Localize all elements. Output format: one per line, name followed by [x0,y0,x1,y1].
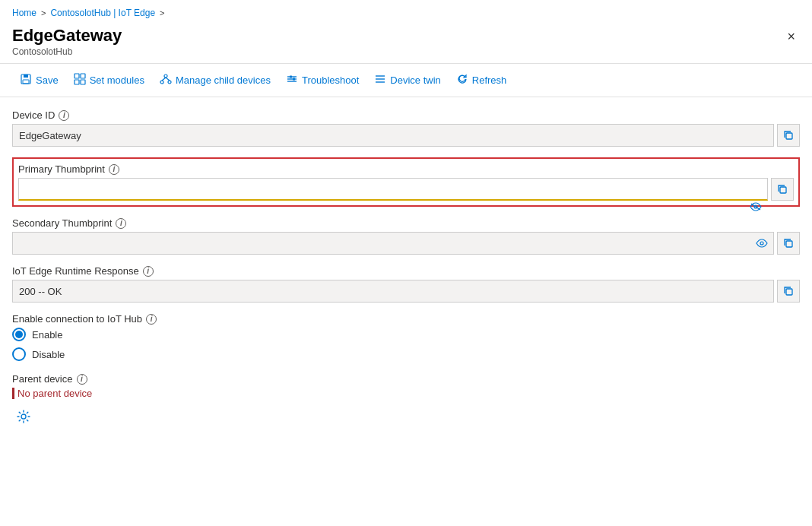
header-subtitle: ContosolotHub [12,46,800,57]
runtime-response-label: IoT Edge Runtime Response i [12,265,800,277]
svg-rect-25 [786,241,792,247]
secondary-thumb-input-row [12,232,800,255]
troubleshoot-icon [286,73,298,87]
secondary-thumb-eye-button[interactable] [754,237,769,249]
primary-thumb-info-icon[interactable]: i [109,164,119,175]
header: EdgeGateway ContosolotHub × [0,23,812,63]
svg-rect-4 [81,74,85,78]
primary-thumbprint-label: Primary Thumbprint i [18,163,794,175]
refresh-label: Refresh [472,74,507,86]
no-parent-text: No parent device [12,388,800,399]
svg-point-24 [760,242,763,245]
set-modules-icon [74,73,86,87]
device-id-input[interactable] [12,124,774,147]
runtime-response-copy-button[interactable] [777,280,800,303]
secondary-thumb-input[interactable] [12,232,774,255]
runtime-response-input[interactable] [12,280,774,303]
device-id-group: Device ID i [12,109,800,147]
refresh-button[interactable]: Refresh [449,68,515,92]
enable-connection-label: Enable connection to IoT Hub i [12,313,800,325]
svg-line-11 [166,78,170,81]
enable-connection-info-icon[interactable]: i [146,314,157,325]
breadcrumb: Home > ContosolotHub | IoT Edge > [0,0,812,23]
svg-rect-3 [75,74,79,78]
primary-thumb-input-wrapper [18,178,768,201]
svg-point-7 [164,74,167,78]
runtime-response-group: IoT Edge Runtime Response i [12,265,800,303]
svg-rect-15 [290,76,292,78]
svg-line-10 [162,78,166,81]
runtime-response-input-row [12,280,800,303]
secondary-thumbprint-group: Secondary Thumbprint i [12,217,800,255]
breadcrumb-sep2: > [160,8,164,17]
svg-point-9 [168,81,171,84]
svg-rect-16 [293,78,295,81]
enable-radio-circle [12,328,26,341]
manage-child-button[interactable]: Manage child devices [152,68,278,92]
device-twin-button[interactable]: Device twin [366,68,448,92]
disable-radio-item[interactable]: Disable [12,347,800,361]
save-button[interactable]: Save [12,68,66,92]
close-button[interactable]: × [782,26,800,48]
save-label: Save [36,74,59,86]
parent-device-gear-button[interactable] [12,405,35,428]
secondary-thumb-label: Secondary Thumbprint i [12,217,800,229]
device-id-label: Device ID i [12,109,800,121]
disable-radio-circle [12,347,26,361]
parent-device-info-icon[interactable]: i [77,374,87,385]
svg-rect-23 [780,187,786,193]
enable-radio-label: Enable [32,329,62,341]
device-twin-icon [374,73,386,87]
secondary-thumb-info-icon[interactable]: i [116,218,126,229]
svg-rect-20 [786,133,792,139]
set-modules-button[interactable]: Set modules [66,68,152,92]
secondary-thumb-copy-button[interactable] [777,232,800,255]
primary-thumbprint-block: Primary Thumbprint i [12,157,800,207]
primary-thumb-input[interactable] [18,178,768,201]
refresh-icon [456,73,468,87]
enable-connection-group: Enable connection to IoT Hub i Enable Di… [12,313,800,361]
page-title: EdgeGateway [12,26,800,46]
device-id-input-row [12,124,800,147]
manage-child-label: Manage child devices [176,74,271,86]
primary-thumbprint-input-row [18,178,794,201]
manage-child-icon [160,73,172,87]
troubleshoot-label: Troubleshoot [302,74,359,86]
device-id-info-icon[interactable]: i [59,110,69,121]
svg-rect-1 [24,74,28,78]
disable-radio-label: Disable [32,349,65,360]
set-modules-label: Set modules [90,74,144,86]
secondary-thumb-input-wrapper [12,232,774,255]
troubleshoot-button[interactable]: Troubleshoot [278,68,366,92]
svg-rect-5 [75,80,79,84]
primary-thumb-copy-button[interactable] [771,178,794,201]
save-icon [20,73,32,87]
parent-device-label: Parent device i [12,373,800,385]
device-twin-label: Device twin [390,74,440,86]
enable-radio-item[interactable]: Enable [12,328,800,341]
svg-rect-2 [23,80,29,84]
runtime-response-info-icon[interactable]: i [143,266,154,277]
parent-device-section: Parent device i No parent device [12,373,800,428]
enable-connection-radio-group: Enable Disable [12,328,800,361]
primary-thumb-eye-button[interactable] [748,201,763,213]
panel: Home > ContosolotHub | IoT Edge > EdgeGa… [0,0,812,526]
svg-point-8 [160,81,163,84]
svg-rect-26 [786,289,792,295]
breadcrumb-hub[interactable]: ContosolotHub | IoT Edge [50,8,155,18]
device-id-copy-button[interactable] [777,124,800,147]
breadcrumb-sep1: > [41,8,46,17]
toolbar: Save Set modules [0,63,812,97]
svg-rect-6 [81,80,85,84]
breadcrumb-home[interactable]: Home [12,8,36,18]
content-area: Device ID i Primary Thumbprint i [0,97,812,446]
svg-point-27 [21,414,26,419]
